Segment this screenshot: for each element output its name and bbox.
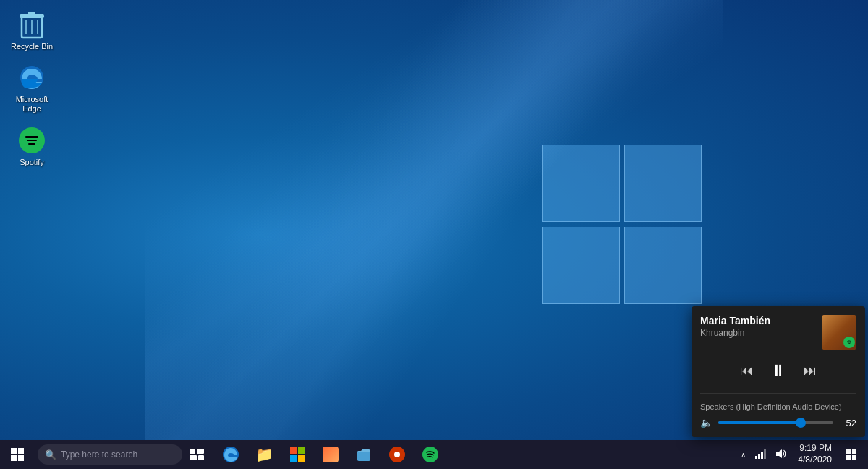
volume-slider[interactable] [718, 421, 833, 424]
tray-network-icon[interactable] [752, 445, 769, 465]
spotify-badge [843, 337, 855, 348]
volume-value: 52 [839, 418, 856, 428]
svg-rect-19 [758, 454, 760, 459]
svg-rect-18 [755, 456, 757, 459]
svg-rect-11 [198, 455, 204, 460]
recycle-bin-label: Recycle Bin [11, 42, 53, 51]
svg-rect-15 [290, 455, 297, 462]
media-album-art [822, 315, 856, 350]
taskbar-app2-icon[interactable] [347, 440, 380, 469]
svg-rect-23 [846, 449, 851, 454]
start-button[interactable] [0, 440, 35, 469]
media-song-title: Maria También [700, 315, 822, 326]
taskbar-explorer-icon[interactable]: 📁 [247, 440, 281, 469]
media-prev-button[interactable]: ⏮ [737, 360, 756, 381]
svg-rect-14 [298, 447, 305, 454]
spotify-icon[interactable]: Spotify [6, 123, 58, 170]
edge-icon[interactable]: Microsoft Edge [6, 60, 58, 117]
search-icon: 🔍 [45, 449, 56, 460]
taskbar-record-icon[interactable] [380, 440, 414, 469]
taskbar: 🔍 Type here to search 📁 [0, 440, 868, 469]
svg-rect-10 [190, 455, 197, 460]
media-popup: Maria También Khruangbin ⏮ [692, 306, 865, 437]
svg-rect-8 [190, 449, 195, 454]
tray-volume-icon[interactable] [772, 445, 789, 465]
svg-rect-16 [298, 455, 305, 462]
spotify-label: Spotify [20, 158, 44, 167]
desktop-icons: Recycle Bin Microsoft Edge [6, 7, 58, 170]
system-tray: ∧ 9:19 PM 4/8/2020 [738, 440, 868, 469]
media-controls: ⏮ ⏸ ⏭ [700, 358, 856, 383]
desktop: Recycle Bin Microsoft Edge [0, 0, 868, 469]
svg-point-7 [846, 339, 853, 346]
search-box[interactable]: 🔍 Type here to search [38, 444, 182, 465]
edge-label: Microsoft Edge [9, 95, 55, 114]
svg-rect-2 [28, 12, 35, 15]
svg-rect-9 [197, 449, 204, 454]
taskbar-edge-icon[interactable] [214, 440, 247, 469]
svg-rect-21 [764, 449, 766, 459]
taskbar-apps: 📁 [214, 440, 447, 469]
volume-device-label: Speakers (High Definition Audio Device) [700, 402, 856, 411]
svg-rect-25 [846, 455, 851, 460]
taskbar-app1-icon[interactable] [314, 440, 347, 469]
start-icon [11, 448, 24, 461]
taskbar-store-icon[interactable] [281, 440, 314, 469]
svg-rect-20 [761, 452, 763, 459]
clock-date: 4/8/2020 [798, 455, 832, 466]
media-pause-button[interactable]: ⏸ [767, 358, 789, 383]
svg-rect-26 [852, 455, 856, 460]
windows-logo [542, 145, 702, 304]
tray-overflow-button[interactable]: ∧ [738, 448, 749, 462]
system-clock[interactable]: 9:19 PM 4/8/2020 [792, 443, 838, 465]
recycle-bin-icon[interactable]: Recycle Bin [6, 7, 58, 54]
media-artist-name: Khruangbin [700, 328, 822, 338]
svg-rect-17 [357, 451, 370, 461]
search-placeholder: Type here to search [61, 449, 137, 460]
volume-thumb[interactable] [796, 418, 806, 428]
notification-center-button[interactable] [841, 440, 862, 469]
media-next-button[interactable]: ⏭ [801, 360, 820, 381]
volume-fill [718, 421, 801, 424]
volume-icon: 🔈 [700, 417, 712, 428]
volume-section: Speakers (High Definition Audio Device) … [700, 393, 856, 428]
svg-rect-24 [852, 449, 856, 454]
svg-marker-22 [776, 449, 782, 458]
task-view-button[interactable] [182, 440, 211, 469]
svg-rect-13 [290, 447, 297, 454]
clock-time: 9:19 PM [798, 443, 832, 455]
taskbar-spotify-icon[interactable] [414, 440, 447, 469]
